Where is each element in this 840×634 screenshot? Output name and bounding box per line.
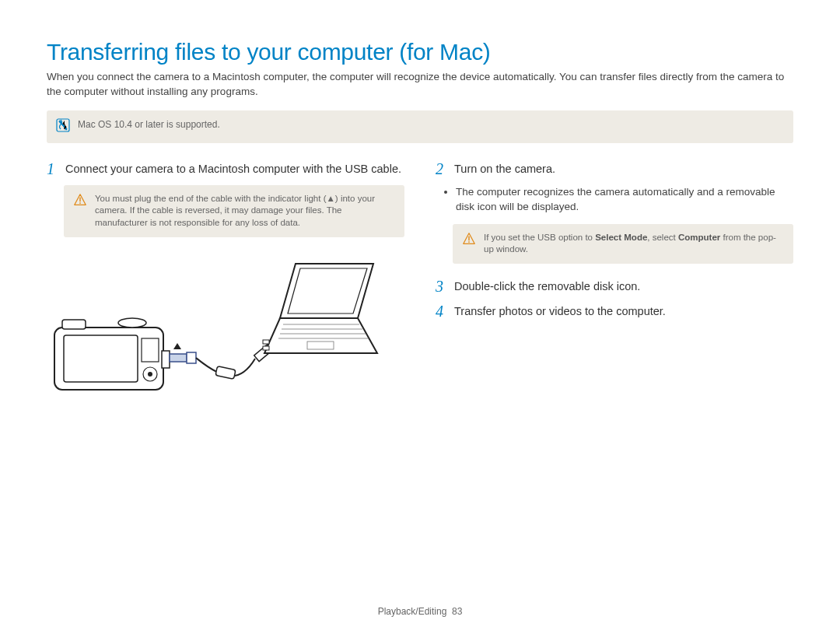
svg-rect-10 (62, 320, 86, 329)
svg-rect-6 (64, 335, 138, 382)
page-footer: Playback/Editing 83 (0, 606, 840, 617)
caution-icon (73, 193, 87, 211)
step-2-bullets: The computer recognizes the camera autom… (456, 185, 793, 215)
svg-rect-22 (307, 342, 334, 349)
step-number: 2 (436, 160, 446, 177)
step-text: Turn on the camera. (454, 160, 555, 177)
step-text: Double-click the removable disk icon. (454, 278, 640, 295)
caution-box-right: If you set the USB option to Select Mode… (453, 224, 793, 264)
step-3: 3 Double-click the removable disk icon. (436, 278, 793, 295)
svg-rect-12 (162, 351, 170, 368)
svg-point-11 (118, 318, 146, 328)
svg-rect-23 (263, 346, 269, 350)
left-column: 1 Connect your camera to a Macintosh com… (47, 160, 404, 408)
step-number: 1 (47, 160, 58, 177)
caution-icon (462, 232, 476, 250)
step-2: 2 Turn on the camera. (436, 160, 793, 177)
step-4: 4 Transfer photos or videos to the compu… (436, 303, 793, 320)
right-column: 2 Turn on the camera. The computer recog… (436, 160, 793, 408)
caution-box-left: You must plug the end of the cable with … (64, 185, 404, 237)
step-text: Transfer photos or videos to the compute… (454, 303, 666, 320)
page-title: Transferring files to your computer (for… (47, 39, 793, 65)
connection-diagram (47, 250, 404, 408)
svg-rect-7 (142, 338, 159, 362)
svg-rect-24 (263, 340, 269, 344)
note-icon (56, 118, 70, 135)
svg-point-4 (79, 202, 81, 204)
footer-section: Playback/Editing (378, 606, 447, 617)
intro-paragraph: When you connect the camera to a Macinto… (47, 70, 793, 100)
footer-page-number: 83 (452, 606, 462, 617)
svg-rect-14 (187, 352, 196, 363)
step-number: 4 (436, 303, 446, 320)
caution-text: If you set the USB option to Select Mode… (484, 232, 784, 256)
step-1: 1 Connect your camera to a Macintosh com… (47, 160, 404, 177)
svg-point-9 (148, 372, 152, 377)
step-text: Connect your camera to a Macintosh compu… (65, 160, 401, 177)
info-note-text: Mac OS 10.4 or later is supported. (78, 118, 220, 131)
step-number: 3 (436, 278, 446, 295)
info-note-box: Mac OS 10.4 or later is supported. (47, 110, 793, 143)
svg-rect-15 (215, 366, 236, 379)
list-item: The computer recognizes the camera autom… (456, 185, 793, 215)
svg-point-26 (468, 241, 470, 243)
caution-text: You must plug the end of the cable with … (95, 193, 395, 229)
svg-rect-13 (170, 354, 187, 362)
